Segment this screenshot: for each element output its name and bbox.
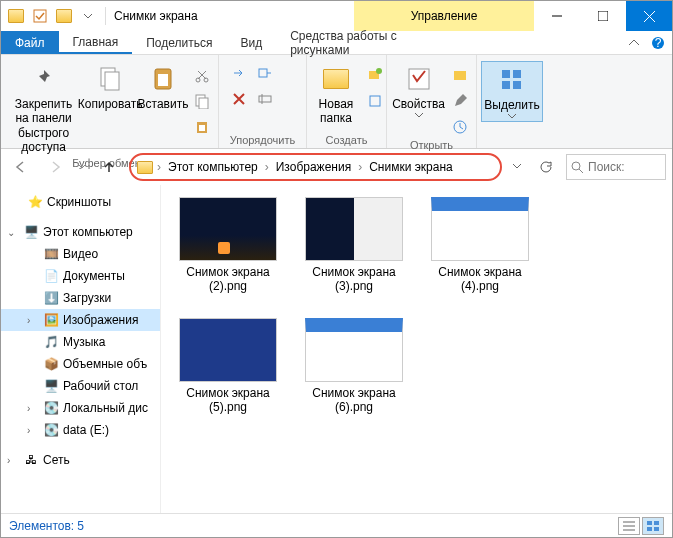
group-open-label: Открыть [391, 139, 472, 153]
tree-screenshots[interactable]: ⭐Скриншоты [1, 191, 160, 213]
new-item-button[interactable] [363, 63, 387, 87]
back-button[interactable] [7, 153, 35, 181]
expand-icon[interactable]: › [7, 455, 19, 466]
select-label: Выделить [484, 98, 539, 112]
tree-pictures[interactable]: ›🖼️Изображения [1, 309, 160, 331]
download-icon: ⬇️ [43, 290, 59, 306]
file-item[interactable]: Снимок экрана (3).png [299, 197, 409, 294]
tree-this-pc[interactable]: ⌄🖥️Этот компьютер [1, 221, 160, 243]
tree-label: Скриншоты [47, 195, 111, 209]
chevron-down-icon [508, 114, 516, 119]
move-to-button[interactable] [227, 61, 251, 85]
refresh-button[interactable] [532, 153, 560, 181]
copy-button[interactable]: Копировать [84, 61, 136, 113]
open-button[interactable] [448, 63, 472, 87]
file-item[interactable]: Снимок экрана (4).png [425, 197, 535, 294]
address-dropdown[interactable] [508, 153, 526, 181]
file-item[interactable]: Снимок экрана (2).png [173, 197, 283, 294]
tree-label: data (E:) [63, 423, 109, 437]
address-bar[interactable]: › Этот компьютер › Изображения › Снимки … [129, 153, 502, 181]
svg-rect-38 [654, 527, 659, 531]
copy-icon [94, 63, 126, 95]
expand-icon[interactable]: › [27, 315, 39, 326]
edit-button[interactable] [448, 89, 472, 113]
search-icon [571, 161, 584, 174]
navigation-pane: ⭐Скриншоты ⌄🖥️Этот компьютер 🎞️Видео 📄До… [1, 185, 161, 513]
tree-documents[interactable]: 📄Документы [1, 265, 160, 287]
expand-icon[interactable]: › [27, 403, 39, 414]
up-button[interactable] [95, 153, 123, 181]
copy-path-button[interactable] [190, 89, 214, 113]
new-folder-button[interactable]: Новая папка [311, 61, 361, 128]
tree-data-drive[interactable]: ›💽data (E:) [1, 419, 160, 441]
expand-icon[interactable]: › [27, 425, 39, 436]
crumb-pictures[interactable]: Изображения [273, 160, 354, 174]
thumbnails-view-button[interactable] [642, 517, 664, 535]
recent-dropdown[interactable] [75, 153, 89, 181]
select-icon [496, 64, 528, 96]
paste-shortcut-button[interactable] [190, 115, 214, 139]
minimize-button[interactable] [534, 1, 580, 31]
tab-view[interactable]: Вид [226, 31, 276, 54]
ribbon-collapse-button[interactable] [624, 31, 644, 54]
breadcrumb-separator: › [265, 160, 269, 174]
svg-point-21 [376, 68, 382, 74]
pin-button[interactable]: Закрепить на панели быстрого доступа [5, 61, 82, 157]
properties-label: Свойства [392, 97, 445, 111]
svg-rect-28 [502, 81, 510, 89]
svg-rect-8 [105, 72, 119, 90]
tab-share[interactable]: Поделиться [132, 31, 226, 54]
expand-icon[interactable]: ⌄ [7, 227, 19, 238]
svg-point-30 [572, 162, 580, 170]
select-button[interactable]: Выделить [481, 61, 543, 122]
tree-label: Сеть [43, 453, 70, 467]
tab-file[interactable]: Файл [1, 31, 59, 54]
svg-rect-24 [454, 71, 466, 80]
qat-checkbox[interactable] [29, 5, 51, 27]
delete-button[interactable] [227, 87, 251, 111]
file-item[interactable]: Снимок экрана (5).png [173, 318, 283, 415]
crumb-screenshots[interactable]: Снимки экрана [366, 160, 456, 174]
tree-downloads[interactable]: ⬇️Загрузки [1, 287, 160, 309]
search-input[interactable] [588, 160, 648, 174]
tree-3dobjects[interactable]: 📦Объемные объ [1, 353, 160, 375]
history-button[interactable] [448, 115, 472, 139]
tree-label: Документы [63, 269, 125, 283]
properties-button[interactable]: Свойства [391, 61, 446, 120]
rename-button[interactable] [253, 87, 277, 111]
maximize-button[interactable] [580, 1, 626, 31]
help-button[interactable]: ? [644, 31, 672, 54]
window-title-area: Снимки экрана [108, 1, 354, 31]
tree-network[interactable]: ›🖧Сеть [1, 449, 160, 471]
copy-to-button[interactable] [253, 61, 277, 85]
file-name: Снимок экрана (5).png [173, 386, 283, 415]
tab-picture-tools[interactable]: Средства работы с рисунками [276, 31, 456, 54]
file-list[interactable]: Снимок экрана (2).pngСнимок экрана (3).p… [161, 185, 672, 513]
qat-folder-icon[interactable] [5, 5, 27, 27]
search-box[interactable] [566, 154, 666, 180]
tree-desktop[interactable]: 🖥️Рабочий стол [1, 375, 160, 397]
pc-icon: 🖥️ [23, 224, 39, 240]
item-count: 5 [77, 519, 84, 533]
tab-home[interactable]: Главная [59, 31, 133, 54]
svg-rect-0 [34, 10, 46, 22]
tree-localdisk[interactable]: ›💽Локальный дис [1, 397, 160, 419]
easy-access-button[interactable] [363, 89, 387, 113]
tree-label: Рабочий стол [63, 379, 138, 393]
close-button[interactable] [626, 1, 672, 31]
tree-label: Объемные объ [63, 357, 147, 371]
qat-folder2-icon[interactable] [53, 5, 75, 27]
crumb-this-pc[interactable]: Этот компьютер [165, 160, 261, 174]
paste-button[interactable]: Вставить [138, 61, 188, 113]
file-item[interactable]: Снимок экрана (6).png [299, 318, 409, 415]
group-organize-label: Упорядочить [223, 134, 302, 148]
forward-button[interactable] [41, 153, 69, 181]
paste-label: Вставить [138, 97, 189, 111]
tree-music[interactable]: 🎵Музыка [1, 331, 160, 353]
tree-videos[interactable]: 🎞️Видео [1, 243, 160, 265]
cut-button[interactable] [190, 63, 214, 87]
details-view-button[interactable] [618, 517, 640, 535]
qat-dropdown-icon[interactable] [77, 5, 99, 27]
svg-rect-18 [259, 96, 271, 102]
tab-home-label: Главная [73, 35, 119, 49]
